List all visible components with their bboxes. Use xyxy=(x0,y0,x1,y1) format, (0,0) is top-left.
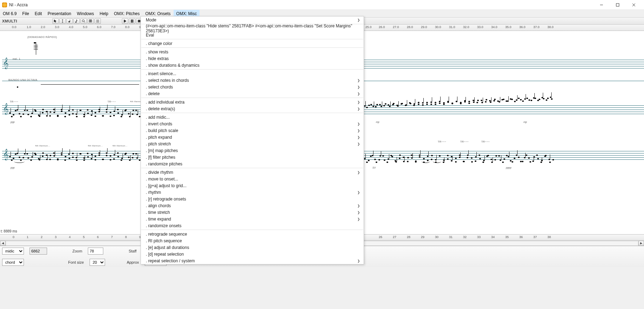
ruler-tick: 37.0 xyxy=(533,25,540,29)
menu-item[interactable]: . RI pitch sequence xyxy=(141,237,364,244)
menu-item[interactable]: . rhythm xyxy=(141,189,364,196)
harmonic-annotation: 4th Harmon... xyxy=(88,145,103,147)
ruler-tick: 6.0 xyxy=(97,25,102,29)
menu-item[interactable]: . [d] repeat selection xyxy=(141,251,364,257)
ruler-tick: 4.0 xyxy=(69,25,73,29)
menu-item[interactable]: . time stretch xyxy=(141,209,364,216)
close-button[interactable] xyxy=(626,0,642,10)
svg-point-7 xyxy=(69,21,70,22)
ruler-tick: 8.0 xyxy=(125,25,130,29)
menu-item[interactable]: . insert silence... xyxy=(141,70,364,77)
ruler-tick: 2 xyxy=(41,235,43,239)
menu-windows[interactable]: Windows xyxy=(74,10,97,17)
menu-item[interactable]: . delete xyxy=(141,90,364,97)
menu-item[interactable]: . align chords xyxy=(141,202,364,209)
display-mode-select[interactable]: midic xyxy=(2,248,24,255)
ruler-tick: 35.0 xyxy=(505,25,512,29)
ruler-tick: 37 xyxy=(533,235,537,239)
flag-tool[interactable] xyxy=(73,18,80,24)
sv-marking: SV xyxy=(372,166,376,169)
menu-item[interactable]: . randomize pitches xyxy=(141,160,364,167)
ruler-tick: 34.0 xyxy=(491,25,497,29)
menu-presentation[interactable]: Presentation xyxy=(45,10,74,17)
menu-item[interactable]: . [g+a] adjust to grid... xyxy=(141,182,364,189)
menu-item[interactable]: . select chords xyxy=(141,84,364,90)
zoom-input[interactable] xyxy=(88,248,103,255)
ruler-tick: 34 xyxy=(491,235,495,239)
scroll-right-button[interactable]: ▶ xyxy=(638,241,644,246)
menu-item[interactable]: . divide rhythm xyxy=(141,169,364,176)
menu-item[interactable]: . change color xyxy=(141,40,364,47)
svg-rect-16 xyxy=(91,21,92,22)
list-tool[interactable] xyxy=(95,18,101,24)
harmonic-annotation: 4th Harmon... xyxy=(112,145,128,147)
menu-item[interactable]: . repeat selection / system xyxy=(141,257,364,264)
midic-value-field[interactable] xyxy=(30,248,47,255)
menu-separator xyxy=(141,69,363,70)
dynamic-marking: ppp xyxy=(11,121,15,123)
svg-rect-15 xyxy=(89,21,90,22)
ruler-tick: 29.0 xyxy=(421,25,427,29)
maximize-button[interactable] xyxy=(610,0,626,10)
pause-button[interactable] xyxy=(129,18,135,24)
menu-item[interactable]: Mode xyxy=(141,17,364,23)
ruler-tick: 29 xyxy=(421,235,424,239)
menu-item[interactable]: . show durations & dynamics xyxy=(141,62,364,68)
menu-file[interactable]: File xyxy=(19,10,32,17)
menu-item[interactable]: . [f] filter pitches xyxy=(141,154,364,160)
note-run xyxy=(9,151,141,165)
menu-item[interactable]: . show rests xyxy=(141,48,364,55)
tie xyxy=(14,160,25,163)
ruler-tick: 3.0 xyxy=(55,25,59,29)
svg-rect-20 xyxy=(131,20,132,22)
play-button[interactable] xyxy=(122,18,128,24)
svg-rect-13 xyxy=(89,20,90,21)
menu-item[interactable]: Eval xyxy=(141,32,364,38)
menu-item[interactable]: . time expand xyxy=(141,216,364,222)
menu-item[interactable]: . build pitch scale xyxy=(141,127,364,134)
ruler-tick: 6 xyxy=(97,235,99,239)
menu-omx-pitches[interactable]: OMX: Pitches xyxy=(111,10,142,17)
menu-om-6-9[interactable]: OM 6.9 xyxy=(0,10,19,17)
ruler-tick: 25.0 xyxy=(365,25,372,29)
menu-item[interactable]: . [r] retrograde onsets xyxy=(141,196,364,202)
ruler-tick: 36 xyxy=(519,235,523,239)
harmonic-annotation: 4th Harmon... xyxy=(35,145,50,147)
menu-item[interactable]: . pitch expand xyxy=(141,134,364,140)
ruler-tick: 5.0 xyxy=(83,25,87,29)
menu-separator xyxy=(141,168,363,168)
text-cursor-tool[interactable] xyxy=(59,18,66,24)
grid-tool[interactable] xyxy=(87,18,94,24)
menu-edit[interactable]: Edit xyxy=(32,10,45,17)
arrow-tool[interactable] xyxy=(52,18,59,24)
menu-item[interactable]: (#<om-api::om-menu-item-class "Hide stem… xyxy=(141,25,364,32)
menu-item[interactable]: . randomize onsets xyxy=(141,222,364,229)
menu-item[interactable]: . [e] adjust all durations xyxy=(141,244,364,251)
zoom-tool[interactable] xyxy=(80,18,87,24)
menu-item[interactable]: . pitch stretch xyxy=(141,140,364,147)
scroll-left-button[interactable]: ◀ xyxy=(0,241,6,246)
ruler-tick: 28.0 xyxy=(407,25,413,29)
menu-item[interactable]: . move to onset... xyxy=(141,176,364,182)
menu-item[interactable]: . add midic... xyxy=(141,114,364,120)
svg-rect-1 xyxy=(616,4,619,6)
ruler-tick: 33.0 xyxy=(477,25,483,29)
menu-item[interactable]: . [m] map pitches xyxy=(141,147,364,154)
menu-item[interactable]: . delete extra(s) xyxy=(141,105,364,112)
menu-item[interactable]: . hide extras xyxy=(141,55,364,62)
menu-item[interactable]: . invert chords xyxy=(141,120,364,127)
menu-separator xyxy=(141,39,363,39)
fontsize-select[interactable]: 20 xyxy=(90,259,105,266)
menu-item[interactable]: . retrograde sequence xyxy=(141,231,364,237)
menu-item[interactable]: . add individual extra xyxy=(141,99,364,105)
ruler-tick: 1 xyxy=(27,235,28,239)
note-tool[interactable] xyxy=(66,18,73,24)
ruler-tick: 27.0 xyxy=(393,25,399,29)
menu-item[interactable]: . select notes in chords xyxy=(141,77,364,84)
omx-misc-menu: Mode(#<om-api::om-menu-item-class "Hide … xyxy=(141,16,364,264)
approx-label: Approx xyxy=(127,260,139,264)
menu-help[interactable]: Help xyxy=(97,10,111,17)
ruler-tick: 38.0 xyxy=(547,25,554,29)
object-mode-select[interactable]: chord xyxy=(2,259,24,266)
minimize-button[interactable] xyxy=(593,0,610,10)
